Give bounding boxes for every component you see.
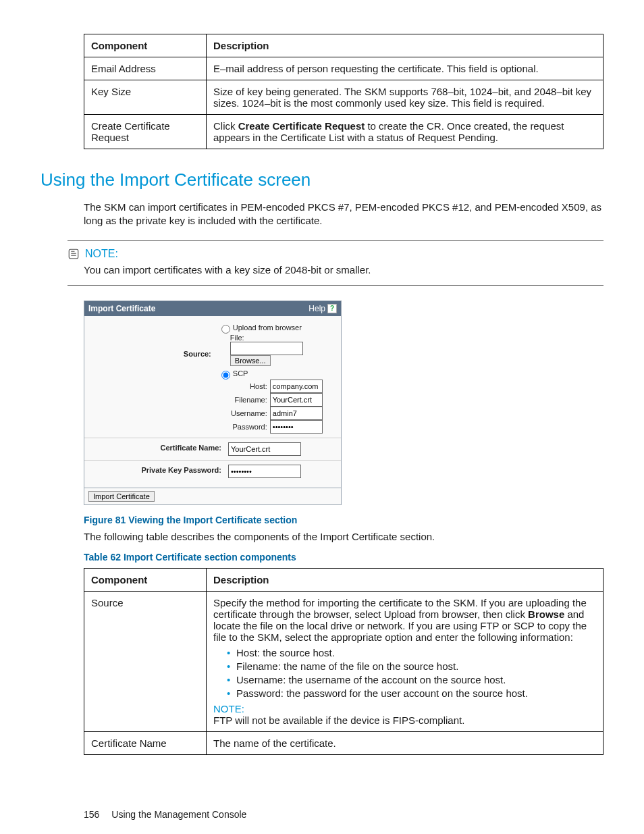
t1-h2: Description [207, 34, 603, 57]
username-input[interactable] [270, 407, 323, 420]
list-item: Password: the password for the user acco… [227, 687, 596, 699]
panel-title: Import Certificate [88, 304, 155, 313]
password-input[interactable] [270, 420, 323, 434]
source-label: Source: [90, 323, 218, 358]
page-footer: 156 Using the Management Console [84, 809, 603, 820]
help-link[interactable]: Help ? [308, 304, 337, 313]
certname-input[interactable] [228, 442, 301, 456]
upload-radio-label: Upload from browser [233, 323, 302, 331]
footer-title: Using the Management Console [111, 809, 246, 820]
file-input[interactable] [230, 342, 303, 355]
list-item: Username: the username of the account on… [227, 674, 596, 685]
page-number: 156 [84, 809, 99, 820]
scp-radio-label: SCP [233, 369, 248, 377]
help-icon: ? [327, 304, 337, 313]
file-label: File: [230, 334, 244, 342]
inline-note-text: FTP will not be available if the device … [213, 714, 596, 726]
username-label: Username: [230, 409, 270, 417]
t2-r2-c2: The name of the certificate. [207, 731, 603, 754]
host-input[interactable] [270, 380, 323, 393]
t2-r2-c1: Certificate Name [84, 731, 207, 754]
note-text: You can import certificates with a key s… [84, 264, 603, 276]
host-label: Host: [230, 382, 270, 390]
table-row: Create Certificate Request Click Create … [84, 115, 603, 149]
t1-r1-c1: Key Size [84, 80, 207, 115]
t2-h2: Description [207, 568, 603, 591]
pk-input[interactable] [228, 465, 301, 478]
t2-r1-strong: Browse [528, 608, 564, 620]
table-row: Key Size Size of key being generated. Th… [84, 80, 603, 115]
filename-label: Filename: [230, 396, 270, 404]
list-item: Host: the source host. [227, 647, 596, 658]
import-certificate-button[interactable]: Import Certificate [88, 491, 155, 502]
upload-radio[interactable] [221, 325, 230, 334]
note-label: NOTE: [85, 248, 118, 260]
filename-input[interactable] [270, 393, 323, 407]
browse-button[interactable]: Browse... [230, 355, 271, 366]
t1-r0-c1: Email Address [84, 57, 207, 80]
t2-r1-c1: Source [84, 591, 207, 731]
list-item: Filename: the name of the file on the so… [227, 660, 596, 672]
scp-radio[interactable] [221, 371, 230, 380]
section-heading: Using the Import Certificate screen [41, 170, 603, 190]
panel-titlebar: Import Certificate Help ? [84, 301, 341, 316]
t1-h1: Component [84, 34, 207, 57]
t1-r0-c2: E–mail address of person requesting the … [207, 57, 603, 80]
pk-label: Private Key Password: [90, 465, 228, 474]
t1-r2-pre: Click [213, 120, 238, 132]
t2-h1: Component [84, 568, 207, 591]
component-table-1: Component Description Email Address E–ma… [84, 34, 603, 149]
source-bullet-list: Host: the source host. Filename: the nam… [216, 647, 596, 699]
table-caption: Table 62 Import Certificate section comp… [84, 552, 603, 563]
table-row: Email Address E–mail address of person r… [84, 57, 603, 80]
t1-r2-strong: Create Certificate Request [238, 120, 365, 132]
note-icon [68, 248, 80, 260]
inline-note-label: NOTE: [213, 703, 596, 714]
svg-rect-0 [69, 249, 78, 259]
t1-r1-c2: Size of key being generated. The SKM sup… [207, 80, 603, 115]
note-block: NOTE: You can import certificates with a… [68, 240, 603, 286]
table-row: Source Specify the method for importing … [84, 591, 603, 731]
password-label: Password: [230, 423, 270, 431]
t1-r2-c2: Click Create Certificate Request to crea… [207, 115, 603, 149]
t1-r2-c1: Create Certificate Request [84, 115, 207, 149]
table-intro-paragraph: The following table describes the compon… [84, 531, 603, 542]
certname-label: Certificate Name: [90, 442, 228, 452]
intro-paragraph: The SKM can import certificates in PEM-e… [84, 201, 603, 228]
help-text: Help [308, 304, 325, 313]
component-table-2: Component Description Source Specify the… [84, 568, 603, 755]
figure-caption: Figure 81 Viewing the Import Certificate… [84, 515, 603, 525]
import-certificate-panel: Import Certificate Help ? Source: Upload… [84, 301, 342, 505]
table-row: Certificate Name The name of the certifi… [84, 731, 603, 754]
t2-r1-c2: Specify the method for importing the cer… [207, 591, 603, 731]
